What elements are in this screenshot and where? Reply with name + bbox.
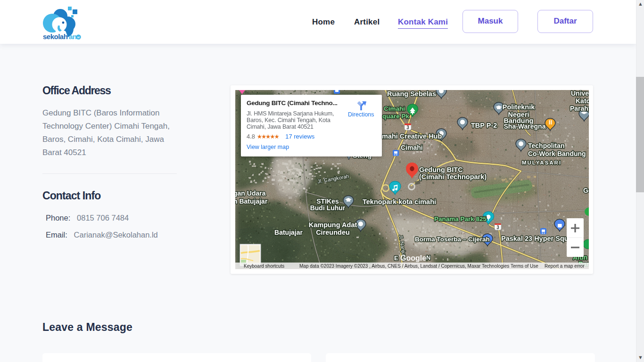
svg-text:Google: Google — [400, 254, 426, 262]
svg-text:n Batujajar: n Batujajar — [235, 197, 268, 205]
svg-text:id: id — [77, 36, 80, 39]
svg-text:(Cimahi Technopark): (Cimahi Technopark) — [419, 173, 487, 181]
svg-text:Teknopark kota cimahi: Teknopark kota cimahi — [363, 198, 436, 206]
svg-text:Keyboard shortcuts: Keyboard shortcuts — [244, 263, 284, 269]
svg-text:Report a map error: Report a map error — [545, 263, 585, 269]
svg-text:quare Pk: quare Pk — [382, 113, 410, 120]
svg-text:Cimahi: Cimahi — [401, 144, 423, 151]
svg-text:Techpolitan: Techpolitan — [528, 142, 565, 149]
svg-text:E: E — [394, 255, 398, 262]
svg-text:3: 3 — [496, 225, 499, 230]
svg-text:sekolah: sekolah — [43, 33, 68, 41]
svg-text:Batujajar: Batujajar — [274, 229, 303, 236]
svg-text:gan Udara: gan Udara — [235, 189, 266, 197]
svg-text:Panama Park 825: Panama Park 825 — [434, 215, 487, 222]
svg-text:Kampung Adat: Kampung Adat — [309, 221, 357, 229]
svg-text:Cireundeu: Cireundeu — [316, 229, 350, 236]
svg-text:Sha-Waregna: Sha-Waregna — [504, 123, 546, 130]
svg-text:Paskal 23 Hyper Squar: Paskal 23 Hyper Squar — [501, 235, 575, 242]
svg-text:mahi Creative Hub: mahi Creative Hub — [382, 132, 442, 140]
svg-text:Map data ©2023 Imagery ©2023 ,: Map data ©2023 Imagery ©2023 , Airbus, C… — [299, 263, 509, 269]
svg-text:Terms of Use: Terms of Use — [511, 263, 538, 269]
svg-text:N: N — [426, 254, 430, 261]
svg-text:Co-Work Bandung: Co-Work Bandung — [528, 150, 586, 157]
svg-text:3: 3 — [406, 125, 409, 130]
svg-text:MULYASARI: MULYASARI — [522, 160, 561, 165]
svg-text:Cimahi: Cimahi — [384, 105, 405, 112]
svg-text:TBP P-2: TBP P-2 — [471, 122, 497, 129]
svg-text:Parahya: Parahya — [570, 105, 589, 112]
svg-text:Gedung BITC: Gedung BITC — [419, 166, 463, 173]
svg-text:Borma Toserba – Cijerah: Borma Toserba – Cijerah — [415, 236, 490, 243]
svg-text:Politeknik: Politeknik — [503, 103, 535, 111]
svg-text:Ruang Sebelas: Ruang Sebelas — [387, 90, 436, 98]
svg-text:an: an — [69, 33, 77, 41]
svg-text:Budi Luhur: Budi Luhur — [310, 204, 346, 212]
svg-text:Univers: Univers — [571, 90, 589, 97]
svg-text:Ged: Ged — [583, 187, 589, 194]
svg-text:Kato: Kato — [576, 97, 589, 105]
